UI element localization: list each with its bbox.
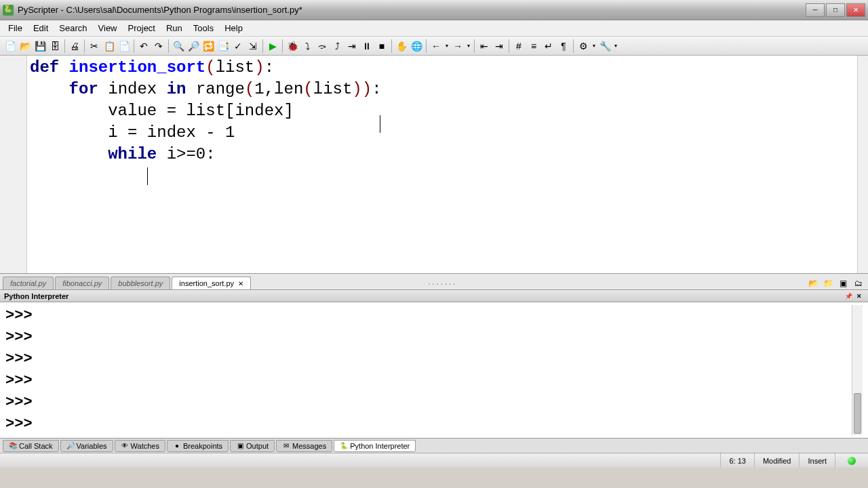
- menu-tools[interactable]: Tools: [188, 21, 219, 35]
- menu-help[interactable]: Help: [219, 21, 248, 35]
- menu-project[interactable]: Project: [123, 21, 161, 35]
- status-engine: [835, 453, 868, 468]
- interpreter-prompt[interactable]: >>>: [5, 370, 852, 392]
- syntax-check-button[interactable]: ✓: [231, 39, 245, 54]
- tab-bubblesort[interactable]: bubblesort.py: [111, 277, 170, 289]
- print-button[interactable]: 🖨: [67, 39, 82, 54]
- interpreter-pin-button[interactable]: 📌: [844, 291, 853, 301]
- interpreter-prompt[interactable]: >>>: [5, 305, 852, 327]
- menubar: File Edit Search View Project Run Tools …: [0, 20, 868, 37]
- save-all-button[interactable]: 🗄: [47, 39, 62, 54]
- code-line[interactable]: [30, 165, 854, 187]
- tab-console-button[interactable]: ▣: [837, 277, 850, 289]
- menu-run[interactable]: Run: [161, 21, 188, 35]
- bottom-tab-breakpoints[interactable]: ●Breakpoints: [167, 440, 229, 452]
- bottom-tab-python-interpreter[interactable]: 🐍Python Interpreter: [334, 440, 416, 452]
- cut-button[interactable]: ✂: [87, 39, 102, 54]
- pause-button[interactable]: ⏸: [359, 39, 374, 54]
- find-button[interactable]: 🔍: [171, 39, 186, 54]
- code-line[interactable]: i = index - 1: [30, 122, 854, 144]
- debug-button[interactable]: 🐞: [285, 39, 300, 54]
- output-icon: ▣: [236, 442, 244, 450]
- menu-edit[interactable]: Edit: [28, 21, 54, 35]
- word-wrap-button[interactable]: ↵: [541, 39, 556, 54]
- bottom-tab-label: Output: [246, 442, 269, 450]
- bottom-tab-watches[interactable]: 👁Watches: [115, 440, 165, 452]
- bottom-tab-variables[interactable]: 🔎Variables: [60, 440, 113, 452]
- undo-button[interactable]: ↶: [136, 39, 151, 54]
- save-file-button[interactable]: 💾: [33, 39, 47, 54]
- editor-scrollbar[interactable]: [857, 56, 868, 273]
- toolbar-separator: [474, 39, 475, 53]
- open-file-button[interactable]: 📂: [18, 39, 33, 54]
- code-line[interactable]: def insertion_sort(list):: [30, 57, 854, 79]
- bottom-tab-call-stack[interactable]: 📚Call Stack: [3, 440, 59, 452]
- clear-breakpoints-button[interactable]: 🌐: [409, 39, 424, 54]
- tab-close-icon[interactable]: ✕: [238, 280, 243, 287]
- tab-insertion-sort[interactable]: insertion_sort.py✕: [172, 277, 251, 289]
- interpreter-prompt[interactable]: >>>: [5, 413, 852, 435]
- breakpoints-icon: ●: [173, 442, 181, 450]
- code-editor[interactable]: def insertion_sort(list): for index in r…: [27, 56, 857, 273]
- interpreter-prompt[interactable]: >>>: [5, 348, 852, 370]
- line-numbers-button[interactable]: ≡: [526, 39, 541, 54]
- comment-button[interactable]: #: [511, 39, 526, 54]
- minimize-button[interactable]: ─: [806, 3, 825, 17]
- paste-button[interactable]: 📄: [117, 39, 132, 54]
- tab-recent-button[interactable]: 🗂: [852, 277, 865, 289]
- call-stack-icon: 📚: [9, 442, 17, 450]
- tab-fibonacci[interactable]: fibonacci.py: [55, 277, 109, 289]
- toolbar-separator: [573, 39, 574, 53]
- whitespace-button[interactable]: ¶: [556, 39, 571, 54]
- nav-forward-button[interactable]: →: [450, 39, 465, 54]
- run-to-cursor-button[interactable]: ⇥: [344, 39, 359, 54]
- nav-back-button[interactable]: ←: [429, 39, 443, 54]
- find-next-button[interactable]: 🔎: [186, 39, 201, 54]
- menu-view[interactable]: View: [93, 21, 123, 35]
- code-line[interactable]: while i>=0:: [30, 144, 854, 165]
- step-into-button[interactable]: ⤵: [300, 39, 315, 54]
- indent-button[interactable]: ⇥: [492, 39, 507, 54]
- bottom-tab-output[interactable]: ▣Output: [230, 440, 275, 452]
- replace-button[interactable]: 🔁: [201, 39, 216, 54]
- maximize-button[interactable]: □: [826, 3, 845, 17]
- interpreter-prompt[interactable]: >>>: [5, 392, 852, 413]
- config-button[interactable]: ⚙: [576, 39, 591, 54]
- copy-button[interactable]: 📋: [102, 39, 117, 54]
- editor-container: def insertion_sort(list): for index in r…: [0, 56, 868, 274]
- code-line[interactable]: for index in range(1,len(list)):: [30, 79, 854, 100]
- tools-config-button[interactable]: 🔧: [597, 39, 612, 54]
- tools-dropdown[interactable]: ▾: [612, 43, 619, 49]
- bottom-tab-label: Watches: [131, 442, 159, 450]
- redo-button[interactable]: ↷: [151, 39, 166, 54]
- nav-back-dropdown[interactable]: ▾: [443, 43, 450, 49]
- menu-search[interactable]: Search: [54, 21, 92, 35]
- tab-factorial[interactable]: factorial.py: [3, 277, 54, 289]
- status-modified: Modified: [755, 453, 800, 468]
- outdent-button[interactable]: ⇤: [477, 39, 492, 54]
- nav-forward-dropdown[interactable]: ▾: [465, 43, 472, 49]
- scrollbar-thumb[interactable]: [854, 393, 861, 434]
- run-button[interactable]: ▶: [265, 39, 280, 54]
- interpreter-prompt[interactable]: >>>: [5, 327, 852, 348]
- interpreter-close-button[interactable]: ✕: [854, 291, 864, 301]
- toggle-breakpoint-button[interactable]: ✋: [394, 39, 409, 54]
- editor-gutter[interactable]: [0, 56, 27, 273]
- bottom-tab-label: Call Stack: [19, 442, 53, 450]
- step-out-button[interactable]: ⤴: [330, 39, 344, 54]
- menu-file[interactable]: File: [3, 21, 28, 35]
- python-interpreter[interactable]: >>> >>> >>> >>> >>> >>>: [0, 302, 868, 438]
- toolbar: 📄 📂 💾 🗄 🖨 ✂ 📋 📄 ↶ ↷ 🔍 🔎 🔁 📑 ✓ ⇲ ▶ 🐞 ⤵ ⤼ …: [0, 37, 868, 56]
- bottom-tab-messages[interactable]: ✉Messages: [276, 440, 332, 452]
- step-over-button[interactable]: ⤼: [315, 39, 330, 54]
- interpreter-scrollbar[interactable]: [852, 305, 863, 435]
- new-file-button[interactable]: 📄: [3, 39, 18, 54]
- tab-folder-button[interactable]: 📁: [822, 277, 835, 289]
- stop-button[interactable]: ■: [374, 39, 389, 54]
- find-in-files-button[interactable]: 📑: [216, 39, 231, 54]
- close-button[interactable]: ✕: [846, 3, 865, 17]
- code-line[interactable]: value = list[index]: [30, 100, 854, 122]
- config-dropdown[interactable]: ▾: [591, 43, 597, 49]
- tab-list-button[interactable]: 📂: [807, 277, 821, 289]
- import-button[interactable]: ⇲: [245, 39, 260, 54]
